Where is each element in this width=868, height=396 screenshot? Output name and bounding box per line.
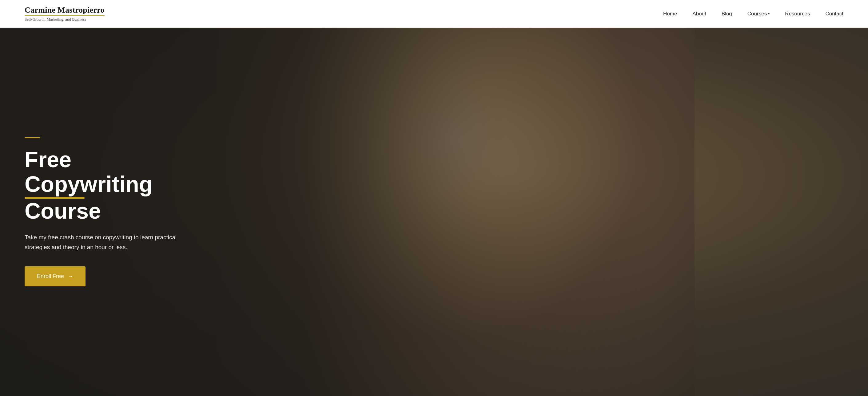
hero-title: Free Copywriting Course <box>25 147 191 223</box>
nav-item-courses[interactable]: Courses ▾ <box>747 11 770 17</box>
enroll-label: Enroll Free <box>37 273 64 280</box>
hero-section: Free Copywriting Course Take my free cra… <box>0 28 868 396</box>
hero-accent-line <box>25 137 40 138</box>
nav-item-blog[interactable]: Blog <box>721 11 732 17</box>
arrow-icon: → <box>68 273 73 280</box>
hero-title-underline: Free Copywriting <box>25 147 191 196</box>
logo-name[interactable]: Carmine Mastropierro <box>25 5 104 16</box>
main-nav: Home About Blog Courses ▾ Resources Cont… <box>663 11 843 17</box>
chevron-down-icon: ▾ <box>768 12 770 16</box>
hero-title-line2: Course <box>25 199 191 223</box>
hero-description: Take my free crash course on copywriting… <box>25 232 185 253</box>
nav-item-contact[interactable]: Contact <box>825 11 843 17</box>
enroll-free-button[interactable]: Enroll Free → <box>25 266 86 286</box>
nav-item-about[interactable]: About <box>692 11 706 17</box>
nav-item-resources[interactable]: Resources <box>785 11 810 17</box>
nav-item-home[interactable]: Home <box>663 11 677 17</box>
site-header: Carmine Mastropierro Self-Growth, Market… <box>0 0 868 28</box>
hero-content: Free Copywriting Course Take my free cra… <box>0 137 215 286</box>
logo-tagline: Self-Growth, Marketing, and Business <box>25 17 104 22</box>
logo: Carmine Mastropierro Self-Growth, Market… <box>25 5 104 22</box>
hero-title-line1: Free Copywriting <box>25 147 191 196</box>
